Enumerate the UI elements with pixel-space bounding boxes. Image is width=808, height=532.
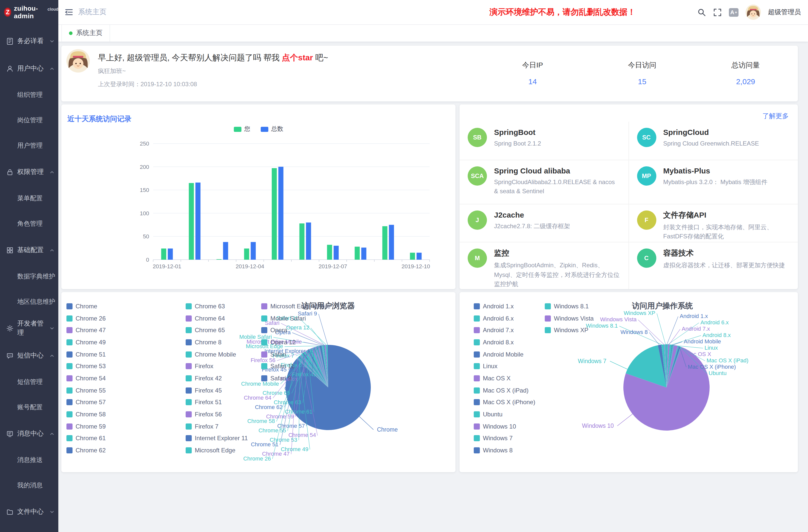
legend-item[interactable]: Mac OS X xyxy=(474,372,545,384)
legend-item[interactable]: Windows 8 xyxy=(474,444,545,456)
legend-item[interactable]: Firefox xyxy=(186,360,261,372)
legend-item[interactable]: Chrome Mobile xyxy=(186,348,261,360)
legend-item[interactable]: Chrome 8 xyxy=(186,336,261,348)
feature-title: SpringCloud xyxy=(663,128,790,136)
sidebar-item-5[interactable]: 短信中心 xyxy=(0,342,58,369)
legend-item[interactable]: Firefox 42 xyxy=(186,372,261,384)
topbar-tools: A+ 超级管理员 xyxy=(697,0,801,24)
sidebar-item-3[interactable]: 基础配置 xyxy=(0,236,58,264)
last-login: 上次登录时间：2019-12-10 10:03:08 xyxy=(98,80,328,89)
user-icon xyxy=(6,65,14,72)
sidebar-subitem-1-1[interactable]: 岗位管理 xyxy=(0,108,58,133)
sidebar-item-7[interactable]: 文件中心 xyxy=(0,498,58,526)
sidebar-subitem-1-0[interactable]: 组织管理 xyxy=(0,82,58,108)
legend-item[interactable]: Chrome 59 xyxy=(67,420,186,432)
tab-system-home[interactable]: 系统主页 xyxy=(61,24,110,41)
legend-item[interactable]: Mobile Safari xyxy=(261,312,330,324)
username[interactable]: 超级管理员 xyxy=(768,7,801,17)
legend-item[interactable]: Chrome 53 xyxy=(67,360,186,372)
breadcrumb: 系统主页 xyxy=(78,7,107,17)
features-card: 了解更多 SBSpringBootSpring Boot 2.1.2SCSpri… xyxy=(460,105,798,289)
legend-item[interactable]: Microsoft Edge xyxy=(186,444,261,456)
legend-item[interactable]: Windows 7 xyxy=(474,432,545,444)
sidebar-subitem-5-0[interactable]: 短信管理 xyxy=(0,369,58,395)
legend-item[interactable]: Windows 10 xyxy=(474,420,545,432)
legend-item[interactable]: Chrome 61 xyxy=(67,432,186,444)
sidebar-item-1[interactable]: 用户中心 xyxy=(0,55,58,82)
menu-fold-icon[interactable] xyxy=(64,7,74,17)
legend-item[interactable]: Chrome 64 xyxy=(186,312,261,324)
legend-item[interactable]: Firefox 51 xyxy=(186,396,261,408)
sidebar-subitem-5-1[interactable]: 账号配置 xyxy=(0,395,58,420)
font-size-icon[interactable]: A+ xyxy=(729,8,738,17)
legend-item[interactable]: Android 1.x xyxy=(474,300,545,312)
sidebar-subitem-3-1[interactable]: 地区信息维护 xyxy=(0,289,58,314)
legend-item[interactable]: Chrome 65 xyxy=(186,324,261,336)
feature-avatar: SC xyxy=(637,128,656,147)
os-chart-title: 访问用户操作系统 xyxy=(632,301,693,311)
sidebar-subitem-1-2[interactable]: 用户管理 xyxy=(0,133,58,158)
sidebar-item-4[interactable]: 开发者管理 xyxy=(0,314,58,342)
greeting-card: 早上好, 超级管理员, 今天帮别人解决问题了吗 帮我 点个star 吧~ 疯狂加… xyxy=(61,45,798,102)
legend-item[interactable]: Mac OS X (iPhone) xyxy=(474,396,545,408)
legend-item[interactable]: Firefox 7 xyxy=(186,420,261,432)
learn-more-link[interactable]: 了解更多 xyxy=(763,112,789,121)
legend-item[interactable]: Chrome 63 xyxy=(186,300,261,312)
sidebar-subitem-2-1[interactable]: 角色管理 xyxy=(0,211,58,236)
sidebar-subitem-2-0[interactable]: 菜单配置 xyxy=(0,186,58,211)
sidebar-subitem-3-0[interactable]: 数据字典维护 xyxy=(0,264,58,289)
features-grid: SBSpringBootSpring Boot 2.1.2SCSpringClo… xyxy=(460,122,798,289)
legend-item[interactable]: Microsoft Edge Mobile xyxy=(261,300,330,312)
legend-item[interactable]: Chrome 49 xyxy=(67,336,186,348)
legend-item[interactable]: Opera 12 xyxy=(261,336,330,348)
legend-item[interactable]: Mac OS X (iPad) xyxy=(474,384,545,396)
sidebar-item-0[interactable]: 务必详看 xyxy=(0,27,58,55)
sidebar-item-2[interactable]: 权限管理 xyxy=(0,158,58,186)
feature-title: 监控 xyxy=(494,249,620,258)
feature-desc: 封装文件接口，实现本地存储、阿里云、FastDFS存储的配置化 xyxy=(663,222,790,241)
tab-label: 系统主页 xyxy=(76,29,103,38)
legend-item[interactable]: Windows XP xyxy=(545,324,594,336)
legend-item[interactable]: Chrome xyxy=(67,300,186,312)
sidebar-item-6[interactable]: 消息中心 xyxy=(0,420,58,447)
legend-item[interactable]: Safari 9 xyxy=(261,372,330,384)
legend-item[interactable]: Safari 11 xyxy=(261,360,330,372)
legend-item[interactable]: Chrome 47 xyxy=(67,324,186,336)
feature-desc: Spring Boot 2.1.2 xyxy=(494,139,620,148)
svg-text:Mac OS X (iPhone): Mac OS X (iPhone) xyxy=(688,364,736,370)
legend-item[interactable]: Windows Vista xyxy=(545,312,594,324)
legend-item[interactable]: Chrome 26 xyxy=(67,312,186,324)
user-avatar[interactable] xyxy=(746,4,761,20)
legend-item[interactable]: Linux xyxy=(474,360,545,372)
feature-desc: SpringCloudAlibaba2.1.0.RELEASE & nacos … xyxy=(494,177,620,196)
svg-text:50: 50 xyxy=(143,233,149,240)
active-tab-dot xyxy=(69,31,73,35)
legend-item[interactable]: Ubuntu xyxy=(474,408,545,420)
legend-item[interactable]: Chrome 55 xyxy=(67,384,186,396)
legend-item[interactable]: Firefox 56 xyxy=(186,408,261,420)
legend-item[interactable]: Windows 8.1 xyxy=(545,300,594,312)
sidebar-menu: 务必详看用户中心组织管理岗位管理用户管理权限管理菜单配置角色管理基础配置数据字典… xyxy=(0,24,58,526)
legend-item[interactable]: Chrome 54 xyxy=(67,372,186,384)
sidebar-subitem-6-1[interactable]: 我的消息 xyxy=(0,473,58,498)
feature-avatar: J xyxy=(468,210,487,230)
fullscreen-icon[interactable] xyxy=(713,8,722,17)
legend-item[interactable]: Firefox 45 xyxy=(186,384,261,396)
greeting-message: 早上好, 超级管理员, 今天帮别人解决问题了吗 帮我 xyxy=(98,53,282,62)
legend-item[interactable]: Android 6.x xyxy=(474,312,545,324)
svg-text:200: 200 xyxy=(140,164,149,170)
legend-item[interactable]: Opera xyxy=(261,324,330,336)
legend-item[interactable]: Chrome 62 xyxy=(67,444,186,456)
sidebar-subitem-6-0[interactable]: 消息推送 xyxy=(0,447,58,473)
legend-item[interactable]: Internet Explorer 11 xyxy=(186,432,261,444)
legend-item[interactable]: Chrome 57 xyxy=(67,396,186,408)
search-icon[interactable] xyxy=(697,8,706,17)
legend-item[interactable]: Android Mobile xyxy=(474,348,545,360)
legend-item[interactable]: Chrome 51 xyxy=(67,348,186,360)
browser-chart-legend: ChromeChrome 26Chrome 47Chrome 49Chrome … xyxy=(67,300,330,456)
legend-item[interactable]: Chrome 58 xyxy=(67,408,186,420)
legend-item[interactable]: Android 8.x xyxy=(474,336,545,348)
legend-item[interactable]: Android 7.x xyxy=(474,324,545,336)
legend-item[interactable]: Safari xyxy=(261,348,330,360)
star-link[interactable]: 点个star xyxy=(282,53,313,62)
